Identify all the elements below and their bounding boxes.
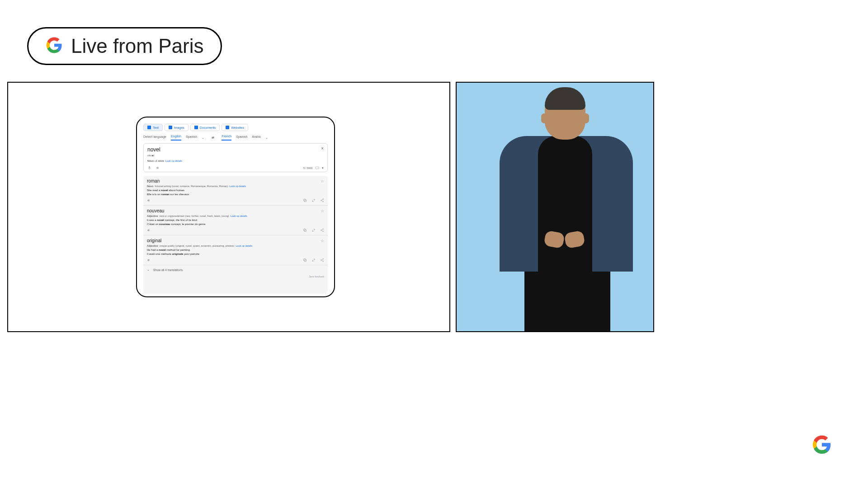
result-title: roman: [147, 178, 160, 183]
lookup-link[interactable]: Look up details: [165, 160, 182, 162]
mode-tab-websites[interactable]: Websites: [222, 124, 248, 131]
result-item: original ☆ Adjective unique quality (ori…: [143, 235, 328, 265]
results-list: roman ☆ Noun fictional writing (novel, r…: [143, 176, 328, 294]
source-text[interactable]: novel: [147, 146, 160, 153]
swap-icon[interactable]: [311, 258, 316, 262]
source-pos-summary: Noun +1 more Look up details: [147, 160, 324, 162]
chevron-down-icon[interactable]: ▾: [322, 166, 324, 170]
document-icon: [194, 126, 198, 129]
swap-icon[interactable]: [311, 198, 316, 202]
svg-rect-1: [304, 200, 307, 202]
svg-rect-2: [304, 199, 306, 202]
speaker-icon[interactable]: [156, 166, 160, 170]
svg-rect-6: [304, 230, 307, 232]
svg-rect-0: [316, 167, 319, 169]
source-phonetic: nävəl: [147, 154, 160, 157]
send-feedback-link[interactable]: Send feedback: [143, 274, 328, 278]
google-g-icon: [812, 435, 832, 456]
translate-icon: [147, 126, 151, 129]
mode-tabs: Text Images Documents Websites: [143, 124, 328, 131]
google-g-icon: [46, 37, 63, 56]
show-all-button[interactable]: ⌄ Show all 4 translations: [143, 265, 328, 274]
event-badge: Live from Paris: [27, 27, 222, 65]
image-icon: [169, 126, 172, 129]
lang-source-spanish[interactable]: Spanish: [186, 135, 197, 140]
mode-tab-images[interactable]: Images: [165, 124, 189, 131]
copy-icon[interactable]: [303, 258, 307, 262]
share-icon[interactable]: [320, 258, 324, 262]
presenter-panel: [456, 82, 654, 332]
svg-rect-12: [304, 259, 306, 261]
lang-source-english[interactable]: English: [171, 135, 181, 141]
svg-rect-11: [304, 259, 307, 262]
globe-icon: [226, 126, 229, 129]
copy-icon[interactable]: [303, 228, 307, 232]
star-icon[interactable]: ☆: [321, 179, 324, 183]
chevron-down-icon[interactable]: ⌄: [265, 136, 268, 140]
lookup-link[interactable]: Look up details: [236, 244, 252, 247]
lang-target-spanish[interactable]: Spanish: [236, 135, 247, 140]
lookup-link[interactable]: Look up details: [231, 215, 247, 217]
event-badge-label: Live from Paris: [71, 35, 203, 57]
result-title: nouveau: [147, 208, 164, 213]
star-icon[interactable]: ☆: [321, 209, 324, 213]
translate-card: Text Images Documents Websites Detect la…: [136, 117, 335, 297]
microphone-icon[interactable]: [147, 166, 151, 170]
char-count: 5 / 5000 ▾: [303, 166, 324, 170]
speaker-icon[interactable]: [147, 258, 151, 262]
swap-icon[interactable]: [311, 228, 316, 232]
lang-detect[interactable]: Detect language: [143, 135, 166, 140]
share-icon[interactable]: [320, 228, 324, 232]
result-title: original: [147, 238, 161, 243]
chevron-down-icon: ⌄: [147, 268, 150, 272]
copy-icon[interactable]: [303, 198, 307, 202]
mode-tab-documents[interactable]: Documents: [190, 124, 220, 131]
source-input-box: novel nävəl × Noun +1 more Look up detai…: [143, 143, 328, 172]
chevron-down-icon[interactable]: ⌄: [202, 136, 204, 140]
speaker-icon[interactable]: [147, 198, 151, 202]
svg-rect-7: [304, 229, 306, 231]
language-row: Detect language English Spanish ⌄ ⇄ Fren…: [143, 135, 328, 141]
lookup-link[interactable]: Look up details: [229, 185, 246, 188]
star-icon[interactable]: ☆: [321, 239, 324, 243]
clear-input-icon[interactable]: ×: [321, 146, 324, 151]
slide-panel: Text Images Documents Websites Detect la…: [7, 82, 450, 332]
presenter-figure: [457, 83, 653, 331]
swap-languages-icon[interactable]: ⇄: [212, 136, 214, 140]
keyboard-icon[interactable]: [315, 166, 319, 170]
lang-target-arabic[interactable]: Arabic: [252, 135, 261, 140]
result-item: nouveau ☆ Adjective new or unprecedented…: [143, 206, 328, 235]
share-icon[interactable]: [320, 198, 324, 202]
lang-target-french[interactable]: French: [222, 135, 231, 141]
result-item: roman ☆ Noun fictional writing (novel, r…: [143, 176, 328, 206]
speaker-icon[interactable]: [147, 228, 151, 232]
mode-tab-text[interactable]: Text: [143, 124, 163, 131]
